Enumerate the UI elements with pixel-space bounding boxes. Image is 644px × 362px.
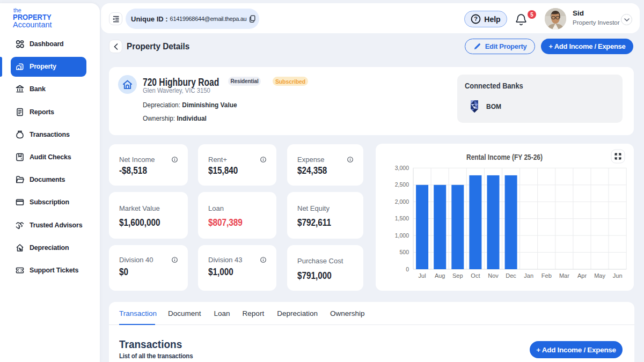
svg-text:Jan: Jan (524, 272, 533, 279)
svg-text:2,500: 2,500 (395, 181, 409, 188)
svg-text:Aug: Aug (435, 272, 445, 279)
svg-text:Oct: Oct (471, 272, 480, 279)
svg-text:Mar: Mar (559, 272, 569, 279)
svg-text:Feb: Feb (541, 272, 552, 279)
svg-text:1,000: 1,000 (395, 232, 409, 239)
svg-text:Sep: Sep (452, 272, 463, 279)
svg-text:Rental Income (FY 25-26): Rental Income (FY 25-26) (466, 153, 543, 161)
svg-text:3,000: 3,000 (395, 165, 409, 171)
svg-text:May: May (594, 272, 605, 279)
svg-text:1,500: 1,500 (395, 215, 409, 221)
svg-text:Nov: Nov (488, 272, 499, 279)
svg-text:2,000: 2,000 (395, 198, 409, 205)
svg-text:Jul: Jul (419, 272, 426, 279)
svg-text:500: 500 (399, 249, 409, 255)
svg-text:Jun: Jun (613, 272, 623, 279)
svg-text:0: 0 (406, 266, 409, 272)
svg-text:Dec: Dec (506, 272, 516, 279)
svg-text:Apr: Apr (577, 272, 587, 279)
svg-text:?: ? (474, 16, 478, 22)
